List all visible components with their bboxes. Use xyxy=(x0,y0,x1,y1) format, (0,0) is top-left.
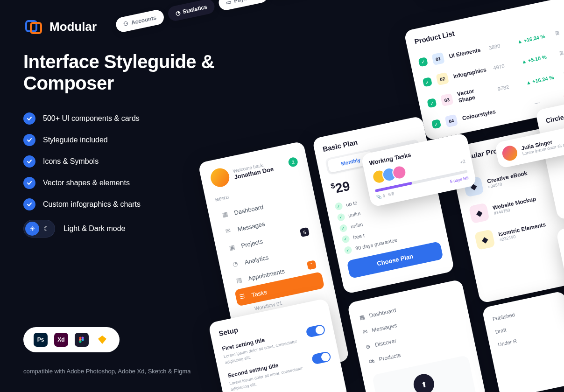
photoshop-icon: Ps xyxy=(34,333,48,347)
count-badge: 5 xyxy=(300,227,310,237)
notification-badge[interactable]: 2 xyxy=(288,156,299,168)
headline: Interface Styleguide & Composer xyxy=(23,51,247,94)
calendar-icon: ▤ xyxy=(235,276,244,285)
check-icon xyxy=(23,134,35,146)
brand-row: Modular xyxy=(23,16,247,37)
product-name: Infographics xyxy=(453,66,488,79)
figma-icon xyxy=(75,333,89,347)
bag-icon: 🛍 xyxy=(368,357,375,365)
brand-name: Modular xyxy=(49,20,97,34)
xd-icon: Xd xyxy=(54,333,68,347)
nav-payments[interactable]: ▭Payments xyxy=(218,0,269,12)
product-value: 4970 xyxy=(493,61,516,71)
product-change: ▼ -24.01 % xyxy=(562,88,564,100)
moon-icon[interactable]: ☾ xyxy=(39,222,53,236)
product-value: 3890 xyxy=(488,40,512,50)
feature-item: 500+ UI components & cards xyxy=(23,112,247,125)
feature-item: Styleguide included xyxy=(23,134,247,146)
feature-item: Icons & Symbols xyxy=(23,155,247,168)
sketch-icon xyxy=(95,333,109,347)
card-icon: ▭ xyxy=(226,0,232,6)
compatibility-pill: Ps Xd xyxy=(23,327,120,352)
checkbox[interactable]: ✓ xyxy=(427,98,437,108)
check-icon: ✓ xyxy=(344,245,352,254)
chat-icon: ✉ xyxy=(362,328,368,336)
row-number: 01 xyxy=(431,52,444,65)
toggle-switch[interactable] xyxy=(305,324,326,338)
setup-card: Setup First setting title Lorem ipsum do… xyxy=(208,298,348,392)
theme-label: Light & Dark mode xyxy=(63,224,126,233)
secondary-nav-card: Published Draft Under R xyxy=(482,291,564,392)
svg-point-4 xyxy=(82,339,84,341)
product-change: ▲ +5.10 % xyxy=(521,52,554,64)
grid-icon: ▦ xyxy=(359,314,366,321)
nav-settings[interactable]: ⚙Settings xyxy=(270,0,317,0)
check-icon xyxy=(23,112,35,125)
check-icon xyxy=(23,198,35,210)
theme-mode-row: ☀ ☾ Light & Dark mode xyxy=(23,220,247,238)
tasks-icon: ☰ xyxy=(239,292,248,301)
avatar xyxy=(501,144,519,162)
chart-icon: ◔ xyxy=(175,9,181,17)
feature-item: Custom infographics & charts xyxy=(23,198,247,210)
chevron-icon: ˅ xyxy=(307,260,317,270)
sun-icon[interactable]: ☀ xyxy=(25,222,39,236)
check-icon xyxy=(23,155,35,168)
check-icon xyxy=(23,177,35,189)
chart-icon: ◔ xyxy=(232,259,241,268)
document-icon[interactable]: 🗎 xyxy=(554,29,563,38)
product-change: ▲ +16.24 % xyxy=(525,73,558,85)
check-icon: ✓ xyxy=(339,224,348,233)
document-icon[interactable]: 🗎 xyxy=(558,49,564,58)
upload-card: ▦Dashboard ✉Messages ⊕Discover 🛍Products… xyxy=(347,279,486,392)
upload-icon: ⬆ xyxy=(412,372,436,392)
product-name: Vector Shape xyxy=(457,84,494,104)
brand-logo-icon xyxy=(23,16,44,37)
theme-toggle[interactable]: ☀ ☾ xyxy=(23,220,55,238)
svg-point-6 xyxy=(79,341,82,343)
product-icon: ◆ xyxy=(469,203,490,224)
check-icon: ✓ xyxy=(337,213,345,222)
compass-icon: ⊕ xyxy=(365,343,371,350)
compatibility-text: compatible with Adobe Photoshop, Adobe X… xyxy=(23,367,190,376)
product-value: 9782 xyxy=(497,82,521,92)
row-number: 03 xyxy=(440,93,453,106)
folder-icon: ▣ xyxy=(228,243,237,252)
avatar-stack xyxy=(371,165,404,185)
row-number: 02 xyxy=(436,72,449,85)
product-name: UI Elements xyxy=(449,46,484,59)
product-change: ▲ +16.24 % xyxy=(517,32,550,44)
more-count: +2 xyxy=(459,158,465,164)
upload-menu: ▦Dashboard ✉Messages ⊕Discover 🛍Products xyxy=(358,290,466,369)
row-number: 04 xyxy=(445,114,458,127)
checkbox[interactable]: ✓ xyxy=(431,119,441,129)
feature-list: 500+ UI components & cards Styleguide in… xyxy=(23,112,247,210)
check-icon: ✓ xyxy=(334,202,343,211)
feature-item: Vector shapes & elements xyxy=(23,177,247,189)
product-value: — xyxy=(534,96,558,106)
checkbox[interactable]: ✓ xyxy=(418,57,428,67)
checkbox[interactable]: ✓ xyxy=(423,77,432,87)
product-icon: ◆ xyxy=(474,229,495,250)
toggle-switch[interactable] xyxy=(311,351,331,365)
marketing-panel: Modular Interface Styleguide & Composer … xyxy=(23,16,247,238)
check-icon: ✓ xyxy=(341,235,350,244)
